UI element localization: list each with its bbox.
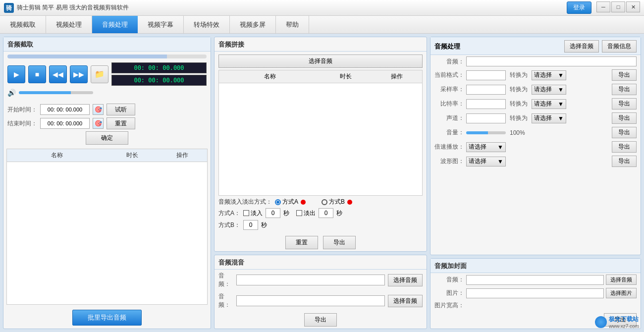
mix-audio-row2: 音频： 选择音频 — [215, 290, 427, 311]
mix-audio-input1[interactable] — [236, 275, 385, 285]
batch-export-button[interactable]: 批里导出音频 — [72, 310, 142, 326]
volume-export-button[interactable]: 导出 — [612, 127, 637, 138]
format-select[interactable]: 请选择▼ — [532, 70, 566, 80]
fade-in-sec-label: 秒 — [283, 209, 289, 218]
seek-bar[interactable] — [7, 55, 207, 58]
volume-icon: 🔊 — [7, 89, 16, 97]
cover-audio-input[interactable] — [466, 275, 604, 285]
process-select-audio-btn[interactable]: 选择音频 — [564, 40, 599, 53]
channel-select[interactable]: 请选择▼ — [532, 113, 566, 123]
fade-radio-group: 方式A 方式B — [275, 198, 352, 206]
time-settings: 开始时间： 🎯 试听 结束时间： 🎯 重置 确定 — [3, 102, 211, 149]
confirm-button[interactable]: 确定 — [86, 131, 128, 145]
fade-out-cb[interactable] — [296, 210, 302, 216]
format-row: 当前格式： 转换为 请选择▼ 导出 — [430, 68, 641, 82]
tab-video-cut[interactable]: 视频截取 — [0, 16, 46, 33]
fade-pin-a — [301, 200, 306, 205]
channel-export-button[interactable]: 导出 — [612, 112, 637, 124]
fade-in-cb[interactable] — [243, 210, 249, 216]
cover-select-img-btn[interactable]: 选择图片 — [606, 288, 637, 298]
mix-select-audio-btn2[interactable]: 选择音频 — [388, 295, 423, 307]
col-duration: 时长 — [107, 149, 157, 162]
cover-img-label: 图片： — [434, 289, 464, 297]
reset-button[interactable]: 重置 — [107, 117, 135, 129]
current-time: 00: 00: 00.000 — [111, 62, 207, 73]
col-name: 名称 — [7, 149, 107, 162]
tab-transition[interactable]: 转场特效 — [184, 16, 230, 33]
stop-button[interactable]: ■ — [28, 65, 46, 83]
audio-mix-panel: 音频混音 音频： 选择音频 音频： 选择音频 导出 — [214, 255, 427, 329]
concat-reset-button[interactable]: 重置 — [285, 236, 318, 249]
volume-process-row: 音量： 100% 导出 — [430, 125, 641, 140]
audio-field-label: 音频： — [434, 57, 464, 66]
concat-export-button[interactable]: 导出 — [323, 236, 356, 249]
fade-out-checkbox[interactable]: 淡出 — [296, 209, 316, 218]
login-button[interactable]: 登录 — [567, 1, 591, 14]
tab-audio-process[interactable]: 音频处理 — [92, 16, 138, 33]
mix-audio-input2[interactable] — [236, 295, 385, 306]
close-button[interactable]: ✕ — [626, 1, 640, 12]
fade-b-row: 方式B： 秒 — [218, 220, 423, 230]
mix-title: 音频混音 — [215, 255, 427, 270]
wave-select[interactable]: 请选择▼ — [466, 157, 506, 166]
wave-row: 波形图： 请选择▼ 导出 — [430, 154, 641, 168]
speed-export-button[interactable]: 导出 — [612, 141, 637, 153]
open-file-button[interactable]: 📁 — [91, 65, 108, 83]
audio-cut-panel: 音频截取 ▶ ■ ◀◀ ▶▶ 📁 00: 00: 00.000 00: 00: … — [3, 37, 211, 329]
volume-process-slider[interactable] — [466, 131, 506, 134]
app-icon: 骑 — [4, 3, 14, 13]
prev-button[interactable]: ◀◀ — [49, 65, 67, 83]
cover-img-row: 图片： 选择图片 — [430, 286, 641, 300]
bottom-logo: 极光下载站 www.xz7.com — [595, 315, 639, 329]
next-button[interactable]: ▶▶ — [70, 65, 88, 83]
fade-mode-label: 音频淡入淡出方式： — [218, 198, 272, 206]
concat-table: 名称 时长 操作 — [218, 70, 423, 196]
audio-field-input[interactable] — [466, 56, 637, 66]
bitrate-select[interactable]: 请选择▼ — [532, 99, 566, 109]
listen-button[interactable]: 试听 — [107, 104, 135, 115]
mix-export-row: 导出 — [215, 311, 427, 329]
tab-video-process[interactable]: 视频处理 — [46, 16, 92, 33]
middle-panel: 音频拼接 选择音频 名称 时长 操作 音频淡入淡出方式： 方式A — [214, 37, 427, 329]
tab-subtitle[interactable]: 视频字幕 — [138, 16, 184, 33]
end-time-pick-btn[interactable]: 🎯 — [93, 118, 104, 129]
fade-b-sec-input[interactable] — [243, 220, 258, 230]
fade-pin-b — [347, 200, 352, 205]
wave-export-button[interactable]: 导出 — [612, 156, 637, 167]
mix-export-button[interactable]: 导出 — [304, 313, 337, 327]
play-button[interactable]: ▶ — [7, 65, 25, 83]
format-export-button[interactable]: 导出 — [612, 69, 637, 81]
concat-title: 音频拼接 — [215, 37, 427, 52]
fade-out-sec-input[interactable] — [319, 208, 333, 218]
cover-img-input[interactable] — [466, 288, 604, 298]
speed-label: 倍速播放： — [434, 143, 464, 151]
app-title: 骑士剪辑 简平 易用 强大的音视频剪辑软件 — [17, 3, 129, 12]
bitrate-export-button[interactable]: 导出 — [612, 98, 637, 110]
concat-select-audio-button[interactable]: 选择音频 — [218, 55, 423, 68]
format-input — [466, 70, 506, 80]
fade-mode-a-radio[interactable]: 方式A — [275, 198, 306, 206]
sample-export-button[interactable]: 导出 — [612, 84, 637, 95]
fade-mode-b-radio[interactable]: 方式B — [322, 198, 352, 206]
file-table: 名称 时长 操作 — [6, 149, 208, 305]
audio-controls: ▶ ■ ◀◀ ▶▶ 📁 00: 00: 00.000 00: 00: 00.00… — [3, 52, 211, 102]
speed-row: 倍速播放： 请选择▼ 导出 — [430, 140, 641, 154]
fade-in-checkbox[interactable]: 淡入 — [243, 209, 263, 218]
bitrate-input — [466, 99, 506, 109]
start-time-input[interactable] — [40, 104, 90, 115]
fade-in-sec-input[interactable] — [266, 208, 280, 218]
minimize-button[interactable]: ─ — [596, 1, 610, 12]
mix-select-audio-btn1[interactable]: 选择音频 — [388, 274, 423, 286]
tab-help[interactable]: 帮助 — [276, 16, 309, 33]
cover-select-audio-btn[interactable]: 选择音频 — [606, 275, 637, 285]
maximize-button[interactable]: □ — [611, 1, 625, 12]
logo-text: 极光下载站 www.xz7.com — [609, 315, 639, 329]
audio-info-button[interactable]: 音频信息 — [602, 40, 637, 53]
title-left: 骑 骑士剪辑 简平 易用 强大的音视频剪辑软件 — [4, 3, 129, 13]
volume-slider[interactable] — [19, 91, 93, 94]
speed-select[interactable]: 请选择▼ — [466, 142, 506, 152]
tab-multiscreen[interactable]: 视频多屏 — [230, 16, 276, 33]
sample-select[interactable]: 请选择▼ — [532, 85, 566, 95]
start-time-pick-btn[interactable]: 🎯 — [93, 104, 104, 115]
end-time-input[interactable] — [40, 118, 90, 129]
